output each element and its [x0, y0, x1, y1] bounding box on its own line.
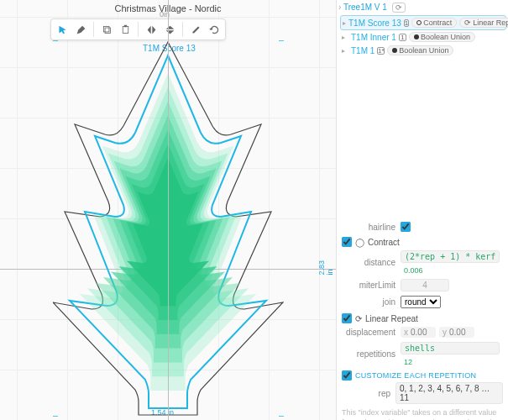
outer-path-icon — [53, 42, 283, 415]
repetitions-eval: 12 — [404, 358, 412, 366]
svg-rect-3 — [123, 24, 126, 26]
prop-distance: distance 0.006 — [342, 250, 503, 275]
modifier-pill[interactable]: Contract — [411, 18, 457, 28]
join-select[interactable]: round — [401, 296, 441, 308]
svg-rect-0 — [103, 26, 109, 32]
layer-row[interactable]: ▸ T1M Score 13 1 Contract ⟳Linear Repeat — [340, 15, 506, 30]
layer-row[interactable]: ▸ T1M Inner 1 1 Boolean Union — [340, 30, 506, 44]
linear-repeat-enable-checkbox[interactable] — [342, 313, 352, 323]
layer-count-badge: 1 — [404, 19, 409, 27]
ruler-top-label: 0in — [160, 10, 170, 18]
disp-x-input[interactable]: x0.00 — [401, 327, 436, 338]
layer-count-badge: 1* — [377, 47, 385, 55]
repetitions-input[interactable] — [401, 342, 500, 354]
canvas-toolbar — [50, 18, 226, 40]
modifier-pill[interactable]: Boolean Union — [387, 45, 453, 55]
pen-tool-icon[interactable] — [73, 22, 88, 37]
canvas[interactable]: Christmas Village - Nordic 0in 1.54 in 2… — [0, 0, 336, 420]
prop-repetitions: repetitions 12 — [342, 342, 503, 366]
rep-sequence: 0, 1, 2, 3, 4, 5, 6, 7, 8 … 11 — [395, 382, 503, 404]
customize-checkbox[interactable] — [342, 370, 352, 381]
mirror-v-icon[interactable] — [162, 22, 177, 37]
copy-icon[interactable] — [99, 22, 114, 37]
caret-icon: ▸ — [343, 19, 346, 27]
paste-icon[interactable] — [118, 22, 133, 37]
disp-y-input[interactable]: y0.00 — [439, 327, 474, 338]
prop-hairline: hairline — [342, 222, 503, 232]
breadcrumb-name: Tree1M V 1 — [343, 3, 387, 12]
page-title: Christmas Village - Nordic — [0, 3, 336, 13]
layer-name: T1M Score 13 — [348, 18, 401, 28]
ruler-right-label: 2.83 in — [317, 255, 334, 276]
breadcrumb[interactable]: › Tree1M V 1 ⟳ — [338, 3, 406, 13]
selected-path-icon — [70, 55, 266, 408]
shells-icon — [80, 73, 257, 391]
refresh-icon[interactable] — [207, 22, 222, 37]
svg-rect-1 — [105, 28, 111, 34]
edit-icon[interactable] — [188, 22, 203, 37]
breadcrumb-badge-icon: ⟳ — [392, 3, 406, 13]
caret-icon: ▸ — [342, 34, 348, 41]
modifier-pill[interactable]: Boolean Union — [409, 32, 475, 42]
contract-icon: ◯ — [355, 238, 364, 247]
inspector-panel: › Tree1M V 1 ⟳ ▸ T1M Score 13 1 Contract… — [336, 0, 508, 420]
mirror-h-icon[interactable] — [144, 22, 159, 37]
selection-bounds-icon — [53, 40, 284, 417]
hairline-checkbox[interactable] — [401, 222, 411, 232]
layer-name: T1M 1 — [351, 46, 374, 55]
distance-input[interactable] — [401, 250, 500, 263]
layer-row[interactable]: ▸ T1M 1 1* Boolean Union — [340, 44, 506, 57]
select-tool-icon[interactable] — [55, 22, 70, 37]
customize-toggle[interactable]: CUSTOMIZE EACH REPETITION — [342, 370, 503, 381]
repeat-icon: ⟳ — [464, 18, 471, 27]
prop-join: join round — [342, 296, 503, 308]
contract-icon — [416, 20, 422, 25]
prop-displacement: displacement x0.00 y0.00 — [342, 327, 503, 338]
linear-repeat-section[interactable]: ⟳ Linear Repeat — [342, 313, 503, 323]
caret-icon: ▸ — [342, 47, 348, 55]
miter-input — [401, 279, 449, 291]
prop-rep: rep 0, 1, 2, 3, 4, 5, 6, 7, 8 … 11 — [342, 382, 503, 404]
contract-enable-checkbox[interactable] — [342, 237, 352, 247]
bool-icon — [414, 34, 419, 39]
tree-shape[interactable] — [53, 40, 284, 417]
properties: hairline ◯ Contract distance 0.006 miter… — [342, 222, 503, 420]
layer-name: T1M Inner 1 — [351, 33, 396, 42]
prop-miter: miterLimit — [342, 279, 503, 291]
layer-tree: ▸ T1M Score 13 1 Contract ⟳Linear Repeat… — [340, 15, 506, 57]
modifier-pill[interactable]: ⟳Linear Repeat — [459, 18, 508, 28]
bool-icon — [392, 48, 397, 53]
contract-section[interactable]: ◯ Contract — [342, 237, 503, 247]
repeat-icon: ⟳ — [355, 314, 362, 323]
svg-rect-2 — [123, 26, 128, 33]
layer-count-badge: 1 — [399, 34, 406, 41]
help-text: This "index variable" takes on a differe… — [342, 408, 503, 420]
distance-eval: 0.006 — [404, 266, 423, 275]
